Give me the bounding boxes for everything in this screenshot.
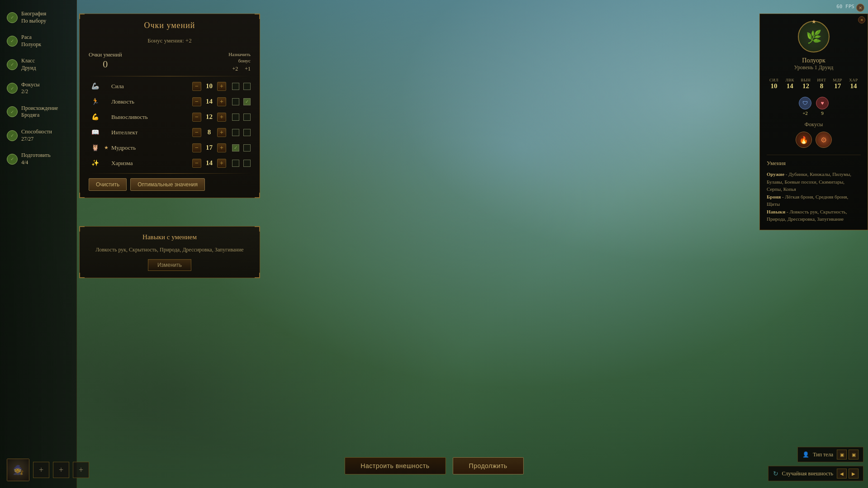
continue-button[interactable]: Продолжить [453, 457, 524, 474]
dexterity-check2[interactable] [243, 98, 251, 105]
body-type-row: 👤 Тип тела ▣ ▣ [797, 447, 863, 462]
endurance-increase-btn[interactable]: + [217, 113, 226, 122]
bottom-buttons: Настроить внешность Продолжить [344, 457, 523, 474]
strength-increase-btn[interactable]: + [217, 82, 226, 91]
add-char-btn-3[interactable]: + [73, 462, 89, 478]
refresh-icon: ↻ [773, 470, 778, 478]
add-char-btn-1[interactable]: + [33, 462, 49, 478]
char-class: Уровень 1 Друид [767, 64, 861, 71]
charisma-check1[interactable] [232, 160, 239, 167]
endurance-check2[interactable] [243, 114, 251, 121]
endurance-decrease-btn[interactable]: − [192, 113, 201, 122]
wisdom-check1[interactable] [232, 144, 239, 152]
charisma-check2[interactable] [243, 160, 251, 167]
intelligence-check2[interactable] [243, 129, 251, 136]
nav-next-btn[interactable]: ▶ [849, 469, 859, 479]
stat-col-vyn: ВЫН 12 [798, 78, 813, 90]
nav-prev-btn[interactable]: ◀ [837, 469, 847, 479]
wisdom-star: ★ [104, 145, 109, 151]
close-button-top[interactable]: ✕ [856, 4, 864, 12]
body-type-btn-2[interactable]: ▣ [849, 450, 859, 460]
optimal-button[interactable]: Оптимальные значения [130, 178, 205, 191]
wisdom-check2[interactable] [243, 144, 251, 152]
bonus-label: Бонус умения: +2 [89, 37, 251, 44]
sidebar-item-prepare[interactable]: ✓ Подготовить 4/4 [5, 148, 72, 170]
stat-col-sil: СИЛ 10 [767, 78, 781, 90]
assign-bonus-label: Назначитьбонус [228, 51, 251, 64]
biography-icon: ✓ [7, 12, 18, 23]
strength-check1[interactable] [232, 83, 239, 90]
left-sidebar: ✓ Биография По выбору ✓ Раса Полуорк ✓ К… [0, 0, 77, 488]
endurance-check1[interactable] [232, 114, 239, 121]
stat-row-intelligence: 📖 Интеллект − 8 + [89, 126, 251, 139]
focuses-row: 🔥 ⚙ [767, 132, 861, 148]
sidebar-item-abilities[interactable]: ✓ Способности 27/27 [5, 125, 72, 146]
char-emblem: 🌿 ★ [798, 21, 830, 52]
wisdom-decrease-btn[interactable]: − [192, 143, 201, 152]
skills-panel: Очки умений Бонус умения: +2 Очки умений… [79, 14, 260, 198]
sidebar-item-origin[interactable]: ✓ Происхождение Бродяга [5, 101, 72, 123]
wisdom-increase-btn[interactable]: + [217, 143, 226, 152]
sidebar-focuses-label: Фокусы 2/2 [21, 81, 40, 95]
sidebar-origin-label: Происхождение Бродяга [21, 105, 58, 119]
wisdom-icon: 🦉 [89, 142, 101, 154]
focuses-section-label: Фокусы [767, 121, 861, 128]
intelligence-decrease-btn[interactable]: − [192, 128, 201, 137]
add-char-btn-2[interactable]: + [53, 462, 69, 478]
dexterity-decrease-btn[interactable]: − [192, 97, 201, 106]
intelligence-increase-btn[interactable]: + [217, 128, 226, 137]
hp-section: 🛡 +2 ♥ 9 [767, 97, 861, 116]
stat-col-mdr: МДР 17 [830, 78, 845, 90]
charisma-increase-btn[interactable]: + [217, 159, 226, 168]
intelligence-icon: 📖 [89, 126, 101, 139]
endurance-icon: 💪 [89, 111, 101, 123]
change-button[interactable]: Изменить [148, 259, 191, 271]
skills-ability-title: Навыки с умением [89, 233, 251, 241]
sidebar-biography-label: Биография По выбору [21, 10, 46, 24]
sidebar-item-class[interactable]: ✓ Класс Друид [5, 54, 72, 75]
appearance-button[interactable]: Настроить внешность [344, 457, 446, 474]
intelligence-check1[interactable] [232, 129, 239, 136]
skills-ability-section: Навыки с умением Ловкость рук, Скрытност… [79, 226, 260, 278]
stat-col-int: ИНТ 8 [815, 78, 829, 90]
strength-check2[interactable] [243, 83, 251, 90]
right-panel-close[interactable]: ✕ [858, 16, 865, 24]
stat-col-lvk: ЛВК 14 [783, 78, 797, 90]
stat-row-charisma: ✨ Харизма − 14 + [89, 157, 251, 170]
assign-bonus-values: +2 +1 [228, 66, 251, 72]
clear-button[interactable]: Очистить [89, 178, 127, 191]
sidebar-prepare-label: Подготовить 4/4 [21, 152, 51, 166]
stat-col-har: ХАР 14 [846, 78, 861, 90]
emblem-circle: 🌿 [798, 21, 830, 52]
stat-row-dexterity: 🏃 Ловкость − 14 + [89, 95, 251, 108]
charisma-decrease-btn[interactable]: − [192, 159, 201, 168]
stat-row-wisdom: 🦉 ★ Мудрость − 17 + [89, 142, 251, 154]
body-icon: 👤 [802, 451, 809, 458]
points-value: 0 [89, 58, 122, 70]
dexterity-icon: 🏃 [89, 95, 101, 108]
fps-counter: 60 FPS [836, 4, 854, 9]
fire-focus-badge: 🔥 [796, 132, 812, 148]
sidebar-item-focuses[interactable]: ✓ Фокусы 2/2 [5, 78, 72, 99]
shield-hp-value: +2 [802, 110, 808, 116]
sidebar-item-biography[interactable]: ✓ Биография По выбору [5, 7, 72, 28]
wisdom-value: 17 [204, 144, 215, 152]
strength-icon: 🦾 [89, 80, 101, 93]
stats-grid: СИЛ 10 ЛВК 14 ВЫН 12 ИНТ 8 МДР 17 ХАР 14 [767, 78, 861, 90]
shield-hp-badge: 🛡 +2 [799, 97, 811, 116]
dexterity-check1[interactable] [232, 98, 239, 105]
strength-decrease-btn[interactable]: − [192, 82, 201, 91]
heart-hp-value: 9 [821, 110, 824, 116]
dexterity-increase-btn[interactable]: + [217, 97, 226, 106]
abilities-title: Умения [767, 160, 861, 167]
char-name: Полуорк [767, 57, 861, 64]
char-thumbnail: 🧙 [7, 459, 29, 481]
sidebar-item-race[interactable]: ✓ Раса Полуорк [5, 30, 72, 52]
char-thumb-img: 🧙 [7, 459, 29, 481]
charisma-value: 14 [204, 159, 215, 167]
body-type-btn-1[interactable]: ▣ [837, 450, 847, 460]
heart-hp-icon: ♥ [816, 97, 829, 109]
random-label: Случайная внешность [782, 470, 833, 477]
endurance-name: Выносливость [111, 114, 190, 121]
heart-hp-badge: ♥ 9 [816, 97, 829, 116]
